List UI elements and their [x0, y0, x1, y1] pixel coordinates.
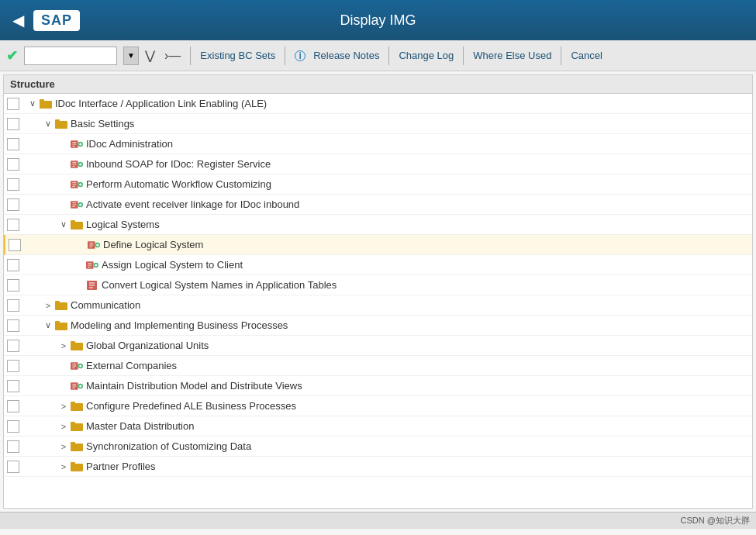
tree-toggle: [74, 280, 85, 291]
tree-toggle[interactable]: >: [58, 441, 69, 452]
tree-toggle: [58, 361, 69, 371]
cancel-link[interactable]: Cancel: [571, 50, 602, 61]
tree-row[interactable]: > Global Organizational Units: [4, 336, 752, 356]
tree-icon: [88, 240, 100, 250]
svg-rect-2: [40, 99, 44, 102]
tree-toggle: [74, 260, 85, 271]
tree-toggle[interactable]: ∨: [27, 98, 38, 109]
tree-label: Activate event receiver linkage for IDoc…: [86, 198, 299, 210]
svg-rect-56: [71, 341, 75, 343]
tree-row[interactable]: Assign Logical System to Client: [4, 255, 752, 275]
toolbar: ✔ ▼ ⋁ ›— Existing BC Sets i Release Note…: [0, 40, 756, 71]
tree-row[interactable]: ∨ Logical Systems: [4, 215, 752, 235]
existing-bc-sets-link[interactable]: Existing BC Sets: [200, 50, 275, 61]
tree-row[interactable]: > Communication: [4, 295, 752, 316]
tree-icon: [71, 159, 83, 170]
back-button[interactable]: ◀: [12, 11, 24, 29]
tree-row[interactable]: ∨ Modeling and Implementing Business Pro…: [4, 316, 752, 336]
tree-toggle: [58, 159, 69, 170]
tree-row[interactable]: > Synchronization of Customizing Data: [4, 437, 752, 457]
tree-container: ∨ IDoc Interface / Application Link Enab…: [4, 94, 752, 477]
tree-toggle[interactable]: ∨: [58, 219, 69, 230]
svg-rect-80: [71, 462, 75, 464]
row-checkbox[interactable]: [7, 178, 19, 191]
tree-row[interactable]: Activate event receiver linkage for IDoc…: [4, 195, 752, 215]
tree-row[interactable]: IDoc Administration: [4, 134, 752, 154]
where-else-used-link[interactable]: Where Else Used: [473, 50, 551, 61]
tree-row[interactable]: ∨ Basic Settings: [4, 114, 752, 134]
row-checkbox[interactable]: [7, 299, 19, 312]
command-input[interactable]: [24, 47, 117, 65]
tree-row[interactable]: Convert Logical System Names in Applicat…: [4, 275, 752, 295]
row-checkbox[interactable]: [7, 420, 19, 433]
release-notes-link[interactable]: Release Notes: [313, 50, 379, 61]
row-checkbox[interactable]: [7, 340, 19, 352]
svg-rect-77: [71, 442, 75, 444]
tree-row[interactable]: Inbound SOAP for IDoc: Register Service: [4, 154, 752, 174]
row-checkbox[interactable]: [7, 198, 19, 211]
tree-toggle[interactable]: >: [58, 461, 69, 472]
tree-icon: [86, 260, 98, 271]
tree-row[interactable]: > Master Data Distribution: [4, 416, 752, 437]
svg-point-62: [79, 364, 81, 367]
row-checkbox[interactable]: [7, 118, 19, 130]
tree-label: IDoc Administration: [86, 138, 173, 150]
tree-label: Configure Predefined ALE Business Proces…: [86, 400, 296, 412]
tree-icon: [71, 401, 83, 412]
row-checkbox[interactable]: [7, 461, 19, 473]
tree-row[interactable]: Perform Automatic Workflow Customizing: [4, 174, 752, 195]
check-button[interactable]: ✔: [6, 47, 18, 64]
svg-point-23: [79, 183, 81, 185]
tree-row[interactable]: > Configure Predefined ALE Business Proc…: [4, 396, 752, 416]
page-title: Display IMG: [340, 12, 416, 29]
row-checkbox[interactable]: [7, 440, 19, 453]
tree-row[interactable]: Maintain Distribution Model and Distribu…: [4, 376, 752, 396]
separator-4: [463, 47, 464, 65]
tree-icon: [55, 119, 67, 129]
tree-toggle[interactable]: >: [58, 401, 69, 412]
separator-1: [190, 47, 191, 65]
change-log-link[interactable]: Change Log: [399, 50, 454, 61]
svg-rect-49: [55, 302, 67, 310]
row-checkbox[interactable]: [7, 98, 19, 110]
tree-label: Logical Systems: [86, 219, 160, 230]
row-checkbox[interactable]: [7, 158, 19, 171]
app-header: ◀ SAP Display IMG: [0, 0, 756, 40]
tree-row[interactable]: > Partner Profiles: [4, 457, 752, 477]
dropdown-arrow[interactable]: ▼: [123, 47, 139, 65]
tree-toggle[interactable]: >: [58, 421, 69, 432]
row-checkbox[interactable]: [7, 360, 19, 372]
structure-header: Structure: [4, 75, 752, 94]
list-icon[interactable]: ›—: [164, 49, 181, 63]
tree-label: Partner Profiles: [86, 461, 156, 472]
row-checkbox[interactable]: [7, 319, 19, 332]
tree-toggle[interactable]: ∨: [43, 320, 54, 331]
tree-label: Communication: [71, 299, 140, 311]
row-checkbox[interactable]: [9, 239, 21, 251]
row-checkbox[interactable]: [7, 400, 19, 412]
double-down-icon[interactable]: ⋁: [145, 48, 155, 63]
svg-rect-5: [55, 119, 60, 122]
tree-label: Basic Settings: [71, 118, 134, 129]
tree-row[interactable]: External Companies: [4, 356, 752, 376]
row-checkbox[interactable]: [7, 380, 19, 392]
separator-3: [388, 47, 389, 65]
svg-point-11: [79, 143, 81, 145]
separator-2: [285, 47, 285, 65]
svg-point-44: [95, 264, 97, 266]
row-checkbox[interactable]: [7, 219, 19, 231]
tree-toggle[interactable]: >: [43, 300, 54, 311]
row-checkbox[interactable]: [7, 279, 19, 292]
tree-label: Global Organizational Units: [86, 340, 209, 351]
tree-toggle[interactable]: ∨: [43, 119, 54, 129]
tree-row[interactable]: ∨ IDoc Interface / Application Link Enab…: [4, 94, 752, 114]
tree-row[interactable]: Define Logical System: [4, 235, 752, 255]
tree-toggle[interactable]: >: [58, 340, 69, 351]
tree-icon: [40, 98, 52, 109]
row-checkbox[interactable]: [7, 259, 19, 271]
tree-label: Inbound SOAP for IDoc: Register Service: [86, 158, 271, 170]
tree-label: Define Logical System: [103, 239, 203, 250]
tree-icon: [71, 381, 83, 392]
svg-point-68: [79, 385, 81, 387]
row-checkbox[interactable]: [7, 138, 19, 150]
